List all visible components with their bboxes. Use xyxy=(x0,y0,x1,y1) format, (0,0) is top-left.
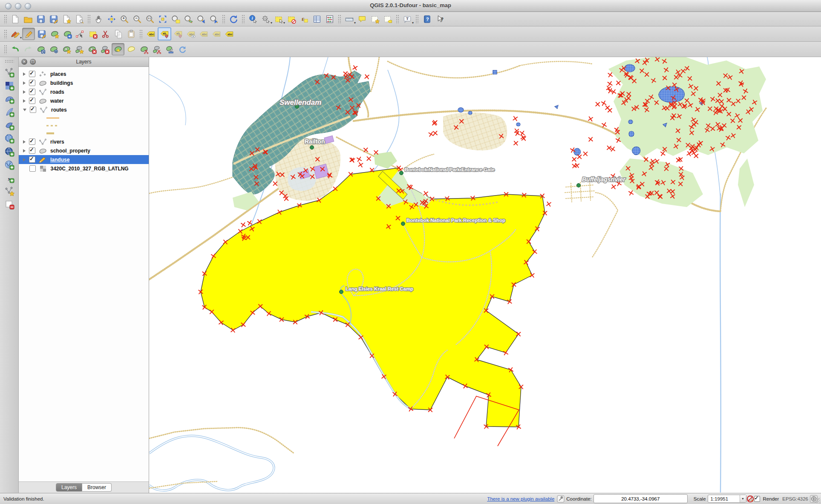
paste-features-button[interactable] xyxy=(125,28,137,40)
add-part-button[interactable] xyxy=(73,43,85,55)
close-panel-icon[interactable]: ✕ xyxy=(21,59,27,65)
label-properties-button[interactable] xyxy=(223,28,235,40)
pan-to-selection-button[interactable] xyxy=(106,13,118,25)
label-move-button[interactable] xyxy=(198,28,210,40)
redo-button[interactable] xyxy=(22,43,34,55)
run-feature-action-button[interactable]: ▾ xyxy=(260,13,272,25)
layer-visibility-checkbox[interactable] xyxy=(30,107,36,113)
open-project-button[interactable] xyxy=(22,13,34,25)
label-pin-button[interactable] xyxy=(158,27,171,40)
label-rotate-button[interactable] xyxy=(210,28,222,40)
whats-this-button[interactable]: ? xyxy=(434,13,446,25)
layer-visibility-checkbox[interactable] xyxy=(29,98,35,104)
layer-item-landuse[interactable]: landuse xyxy=(19,155,149,164)
toolbar-drag-handle[interactable] xyxy=(4,14,7,24)
layer-item-3420C_2010_327_RGB_LATLNG[interactable]: 3420C_2010_327_RGB_LATLNG xyxy=(19,164,149,173)
zoom-full-button[interactable] xyxy=(157,13,169,25)
toolbar-drag-handle[interactable] xyxy=(87,14,91,24)
show-bookmarks-button[interactable] xyxy=(382,13,394,25)
rotate-feature-button[interactable] xyxy=(35,43,47,55)
save-project-button[interactable] xyxy=(35,13,47,25)
expander-icon[interactable] xyxy=(23,140,26,144)
expander-icon[interactable] xyxy=(23,99,26,103)
save-project-as-button[interactable] xyxy=(48,13,60,25)
expander-icon[interactable] xyxy=(23,109,26,111)
split-parts-button[interactable] xyxy=(151,43,163,55)
delete-selected-button[interactable] xyxy=(87,28,99,40)
layer-item-roads[interactable]: roads xyxy=(19,87,149,96)
identify-features-button[interactable] xyxy=(247,13,259,25)
toolbar-drag-handle[interactable] xyxy=(222,14,225,24)
add-wms-layer-button[interactable] xyxy=(3,132,16,145)
map-canvas[interactable]: SwellendamRailtonBontebok National Park … xyxy=(149,57,821,493)
pan-map-button[interactable] xyxy=(93,13,105,25)
add-raster-layer-button[interactable] xyxy=(3,79,16,92)
zoom-next-button[interactable] xyxy=(208,13,220,25)
layer-item-water[interactable]: water xyxy=(19,96,149,105)
layer-visibility-checkbox[interactable] xyxy=(29,147,35,154)
add-mssql-layer-button[interactable] xyxy=(3,118,16,132)
layer-item-places[interactable]: places xyxy=(19,69,149,78)
text-annotation-button[interactable]: ▾ xyxy=(401,13,413,25)
expander-icon[interactable] xyxy=(23,90,26,94)
toolbar-drag-handle[interactable] xyxy=(396,14,399,24)
merge-features-button[interactable] xyxy=(164,43,176,55)
help-contents-button[interactable] xyxy=(421,13,433,25)
layer-visibility-checkbox[interactable] xyxy=(29,165,36,172)
zoom-native-button[interactable]: 1:1 xyxy=(144,13,156,25)
deselect-features-button[interactable] xyxy=(285,13,297,25)
map-refresh-button[interactable] xyxy=(228,13,239,25)
open-attribute-table-button[interactable] xyxy=(311,13,323,25)
expander-icon[interactable] xyxy=(23,149,26,153)
layer-item-rivers[interactable]: rivers xyxy=(19,137,149,146)
toolbar-drag-handle[interactable] xyxy=(242,14,245,24)
map-tips-button[interactable] xyxy=(356,13,368,25)
toolbar-drag-handle[interactable] xyxy=(415,14,419,24)
label-unpin-button[interactable] xyxy=(172,28,184,40)
float-panel-icon[interactable]: ❐ xyxy=(30,59,36,65)
resize-grip[interactable] xyxy=(815,498,820,503)
stop-render-icon[interactable] xyxy=(746,495,754,503)
simplify-feature-button[interactable] xyxy=(48,43,60,55)
cut-features-button[interactable] xyxy=(100,28,112,40)
select-by-expression-button[interactable] xyxy=(298,13,310,25)
toolbar-drag-handle[interactable] xyxy=(4,45,7,54)
expander-icon[interactable] xyxy=(23,81,26,85)
add-feature-button[interactable] xyxy=(49,28,60,40)
offset-curve-button[interactable] xyxy=(125,43,137,55)
add-postgis-layer-button[interactable] xyxy=(3,92,16,105)
composer-manager-button[interactable] xyxy=(73,13,85,25)
rotate-point-symbols-button[interactable] xyxy=(176,43,188,55)
layer-visibility-checkbox[interactable] xyxy=(29,156,35,163)
layer-item-school_property[interactable]: school_property xyxy=(19,146,149,155)
coordinate-input[interactable] xyxy=(593,494,688,503)
field-calculator-button[interactable] xyxy=(324,13,336,25)
remove-layer-button[interactable] xyxy=(3,198,16,211)
layer-visibility-checkbox[interactable] xyxy=(29,71,35,77)
expander-icon[interactable] xyxy=(23,72,26,76)
layer-visibility-checkbox[interactable] xyxy=(29,80,35,86)
toolbar-drag-handle[interactable] xyxy=(139,29,143,39)
undo-button[interactable] xyxy=(9,43,21,55)
new-bookmark-button[interactable] xyxy=(369,13,381,25)
select-features-button[interactable]: ▾ xyxy=(273,13,285,25)
layer-visibility-checkbox[interactable] xyxy=(29,89,35,95)
scale-dropdown-icon[interactable]: ▼ xyxy=(740,495,746,502)
zoom-out-button[interactable]: − xyxy=(131,13,143,25)
plugin-available-link[interactable]: There is a new plugin available xyxy=(487,496,554,501)
delete-part-button[interactable] xyxy=(99,43,111,55)
current-edits-button[interactable]: ▾ xyxy=(9,28,21,40)
move-feature-button[interactable] xyxy=(61,28,73,40)
delete-ring-button[interactable] xyxy=(86,43,98,55)
label-show-hide-button[interactable] xyxy=(185,28,197,40)
panel-tab-browser[interactable]: Browser xyxy=(82,483,112,492)
new-print-composer-button[interactable] xyxy=(60,13,72,25)
layer-item-buildings[interactable]: buildings xyxy=(19,78,149,87)
panel-tab-layers[interactable]: Layers xyxy=(56,483,82,492)
new-shapefile-layer-button[interactable]: ▾ xyxy=(3,184,16,198)
toolbar-drag-handle[interactable] xyxy=(4,29,7,39)
copy-features-button[interactable] xyxy=(112,28,124,40)
expander-icon[interactable] xyxy=(23,158,26,161)
layer-visibility-checkbox[interactable] xyxy=(29,138,35,145)
zoom-to-selection-button[interactable] xyxy=(170,13,181,25)
